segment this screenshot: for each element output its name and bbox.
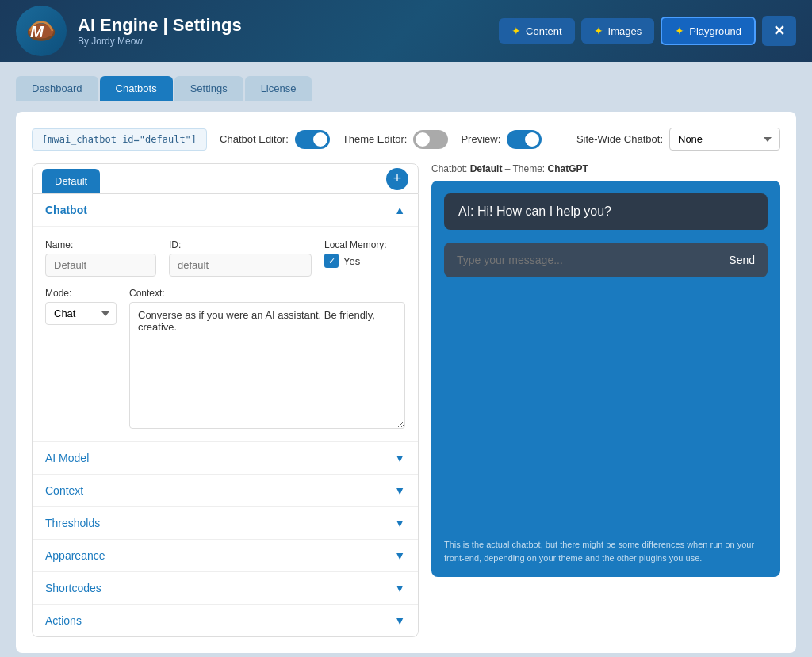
images-star-icon: ✦ xyxy=(594,25,603,37)
chatbot-tab-header: Default + xyxy=(32,163,419,194)
preview-toggle[interactable] xyxy=(507,130,542,149)
close-button[interactable]: ✕ xyxy=(762,16,796,46)
header-subtitle: By Jordy Meow xyxy=(78,36,242,47)
right-panel: Chatbot: Default – Theme: ChatGPT AI: Hi… xyxy=(431,163,780,637)
name-group: Name: xyxy=(45,239,156,277)
preview-toggle-group: Preview: xyxy=(461,130,542,149)
accordion-container: Chatbot ▲ Name: ID: xyxy=(32,194,419,637)
site-wide-select[interactable]: None Default xyxy=(669,128,780,151)
name-input[interactable] xyxy=(45,254,156,277)
tab-dashboard[interactable]: Dashboard xyxy=(16,76,98,101)
shortcode-badge[interactable]: [mwai_chatbot id="default"] xyxy=(32,128,207,151)
mode-label: Mode: xyxy=(45,288,117,299)
shortcodes-header[interactable]: Shortcodes ▼ xyxy=(33,572,418,604)
header-nav: ✦ Content ✦ Images ✦ Playground ✕ xyxy=(499,16,796,46)
mode-select[interactable]: Chat Form Images xyxy=(45,302,117,325)
chatbot-editor-toggle[interactable] xyxy=(295,130,330,149)
two-col-layout: Default + Chatbot ▲ xyxy=(32,163,780,637)
id-input[interactable] xyxy=(169,254,312,277)
chat-send-button[interactable]: Send xyxy=(716,243,768,277)
context-textarea[interactable]: Converse as if you were an AI assistant.… xyxy=(129,302,405,429)
preview-theme-separator: – Theme: xyxy=(505,163,548,174)
chatbot-default-tab[interactable]: Default xyxy=(42,169,100,193)
images-label: Images xyxy=(608,25,642,37)
images-button[interactable]: ✦ Images xyxy=(581,18,655,44)
preview-footer-note: This is the actual chatbot, but there mi… xyxy=(444,525,768,564)
tab-license[interactable]: License xyxy=(245,76,312,101)
name-id-memory-row: Name: ID: Local Memory: xyxy=(45,239,405,277)
chatbot-preview: AI: Hi! How can I help you? Send This is… xyxy=(431,181,780,577)
main-content: Dashboard Chatbots Settings License [mwa… xyxy=(0,62,812,657)
context-title: Context xyxy=(45,484,83,497)
ai-model-header[interactable]: AI Model ▼ xyxy=(33,442,418,474)
chatbot-editor-toggle-group: Chatbot Editor: xyxy=(220,130,330,149)
ai-greeting-text: AI: Hi! How can I help you? xyxy=(458,204,611,218)
actions-section: Actions ▼ xyxy=(33,604,418,636)
preview-chatbot-prefix: Chatbot: xyxy=(431,163,470,174)
playground-label: Playground xyxy=(689,25,741,37)
site-wide-group: Site-Wide Chatbot: None Default xyxy=(576,128,780,151)
logo-icon: M xyxy=(16,6,67,56)
context-header[interactable]: Context ▼ xyxy=(33,475,418,506)
appearance-chevron: ▼ xyxy=(394,549,405,562)
playground-button[interactable]: ✦ Playground xyxy=(661,17,756,45)
ai-model-section: AI Model ▼ xyxy=(33,441,418,474)
local-memory-yes: Yes xyxy=(343,255,360,267)
header: M AI Engine | Settings By Jordy Meow ✦ C… xyxy=(0,0,812,62)
thresholds-section: Thresholds ▼ xyxy=(33,506,418,539)
local-memory-group: Local Memory: ✓ Yes xyxy=(324,239,387,268)
appearance-header[interactable]: Appareance ▼ xyxy=(33,540,418,571)
close-icon: ✕ xyxy=(773,23,785,39)
local-memory-label: Local Memory: xyxy=(324,239,387,250)
content-label: Content xyxy=(526,25,562,37)
ai-model-chevron: ▼ xyxy=(394,452,405,464)
toolbar-row: [mwai_chatbot id="default"] Chatbot Edit… xyxy=(32,128,780,151)
thresholds-title: Thresholds xyxy=(45,517,100,529)
theme-editor-label: Theme Editor: xyxy=(343,133,408,145)
mode-context-row: Mode: Chat Form Images Context: xyxy=(45,288,405,429)
content-star-icon: ✦ xyxy=(511,25,521,37)
preview-info-label: Chatbot: Default – Theme: ChatGPT xyxy=(431,163,780,174)
playground-star-icon: ✦ xyxy=(675,25,684,37)
mode-group: Mode: Chat Form Images xyxy=(45,288,117,325)
shortcodes-section: Shortcodes ▼ xyxy=(33,571,418,604)
appearance-section: Appareance ▼ xyxy=(33,539,418,571)
chatbot-section-header[interactable]: Chatbot ▲ xyxy=(33,194,418,226)
theme-editor-toggle[interactable] xyxy=(413,130,448,149)
thresholds-chevron: ▼ xyxy=(394,517,405,529)
actions-chevron: ▼ xyxy=(394,614,405,627)
id-label: ID: xyxy=(169,239,312,250)
site-wide-label: Site-Wide Chatbot: xyxy=(576,133,663,145)
chat-message-input[interactable] xyxy=(444,243,716,277)
ai-greeting-bubble: AI: Hi! How can I help you? xyxy=(444,193,768,230)
actions-header[interactable]: Actions ▼ xyxy=(33,605,418,636)
chatbot-editor-label: Chatbot Editor: xyxy=(220,133,289,145)
chatbot-section-title: Chatbot xyxy=(45,204,87,216)
chatbot-section-chevron: ▲ xyxy=(394,204,405,216)
tabs-bar: Dashboard Chatbots Settings License xyxy=(16,76,796,101)
ai-model-title: AI Model xyxy=(45,452,89,464)
add-chatbot-button[interactable]: + xyxy=(386,168,408,190)
logo-area: M AI Engine | Settings By Jordy Meow xyxy=(16,6,242,56)
context-chevron: ▼ xyxy=(394,484,405,497)
left-panel: Default + Chatbot ▲ xyxy=(32,163,419,637)
actions-title: Actions xyxy=(45,614,82,627)
preview-theme-name: ChatGPT xyxy=(548,163,588,174)
main-card: [mwai_chatbot id="default"] Chatbot Edit… xyxy=(16,112,796,653)
context-group: Context: Converse as if you were an AI a… xyxy=(129,288,405,429)
preview-label: Preview: xyxy=(461,133,500,145)
chatbot-section-content: Name: ID: Local Memory: xyxy=(33,226,418,441)
header-title-area: AI Engine | Settings By Jordy Meow xyxy=(78,15,242,47)
name-label: Name: xyxy=(45,239,156,250)
context-section: Context ▼ xyxy=(33,474,418,506)
id-group: ID: xyxy=(169,239,312,277)
tab-settings[interactable]: Settings xyxy=(174,76,243,101)
content-button[interactable]: ✦ Content xyxy=(499,18,575,44)
thresholds-header[interactable]: Thresholds ▼ xyxy=(33,507,418,539)
tab-chatbots[interactable]: Chatbots xyxy=(100,76,173,101)
shortcodes-title: Shortcodes xyxy=(45,582,102,594)
theme-editor-toggle-group: Theme Editor: xyxy=(343,130,449,149)
svg-text:M: M xyxy=(30,22,44,40)
shortcodes-chevron: ▼ xyxy=(394,582,405,594)
local-memory-checkbox[interactable]: ✓ xyxy=(324,254,339,268)
